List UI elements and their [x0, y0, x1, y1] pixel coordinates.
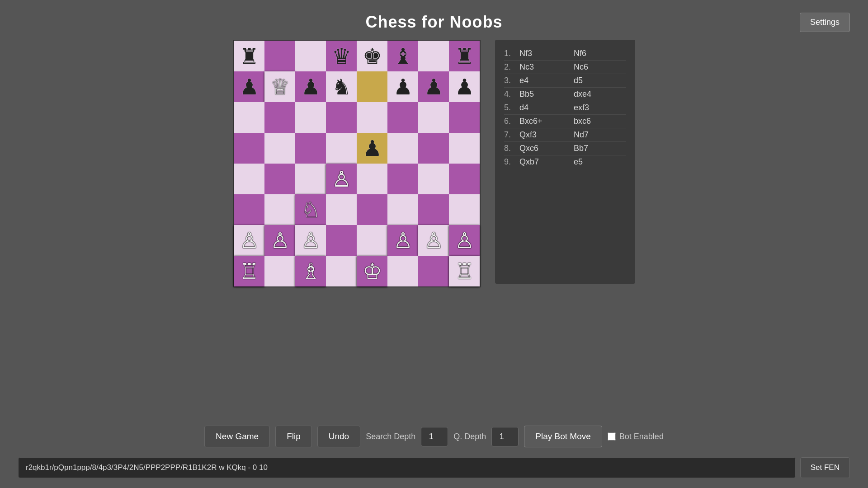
black-move[interactable]: e5: [572, 157, 626, 167]
cell-c8[interactable]: [295, 41, 326, 71]
white-move[interactable]: e4: [518, 76, 572, 85]
chess-board[interactable]: ♜♛♚♝♜♟♕♟♞♟♟♟♟♙♘♙♙♙♙♙♙♖♗♔♖: [233, 40, 481, 287]
white-move[interactable]: Qxf3: [518, 130, 572, 140]
cell-h1[interactable]: ♖: [449, 256, 480, 286]
cell-f4[interactable]: [387, 164, 418, 194]
cell-d1[interactable]: [326, 256, 357, 286]
cell-g6[interactable]: [418, 102, 449, 133]
main-area: ♜♛♚♝♜♟♕♟♞♟♟♟♟♙♘♙♙♙♙♙♙♖♗♔♖ 1. Nf3 Nf6 2. …: [0, 40, 868, 287]
cell-a3[interactable]: [234, 194, 264, 225]
cell-f1[interactable]: [387, 256, 418, 286]
cell-g2[interactable]: ♙: [418, 225, 449, 256]
cell-b6[interactable]: [264, 102, 295, 133]
black-move[interactable]: d5: [572, 76, 626, 85]
cell-c3[interactable]: ♘: [295, 194, 326, 225]
cell-h3[interactable]: [449, 194, 480, 225]
cell-h2[interactable]: ♙: [449, 225, 480, 256]
cell-b1[interactable]: [264, 256, 295, 286]
cell-d6[interactable]: [326, 102, 357, 133]
cell-h8[interactable]: ♜: [449, 41, 480, 71]
black-move[interactable]: Nc6: [572, 62, 626, 72]
black-move[interactable]: Bb7: [572, 144, 626, 153]
undo-button[interactable]: Undo: [317, 426, 360, 447]
cell-b8[interactable]: [264, 41, 295, 71]
fen-bar: Set FEN: [18, 457, 850, 478]
cell-a2[interactable]: ♙: [234, 225, 264, 256]
move-number: 3.: [504, 76, 518, 85]
cell-g7[interactable]: ♟: [418, 71, 449, 102]
white-move[interactable]: Qxc6: [518, 144, 572, 153]
cell-d7[interactable]: ♞: [326, 71, 357, 102]
cell-e7[interactable]: [357, 71, 387, 102]
cell-a4[interactable]: [234, 164, 264, 194]
set-fen-button[interactable]: Set FEN: [800, 457, 850, 478]
cell-g5[interactable]: [418, 133, 449, 164]
cell-g3[interactable]: [418, 194, 449, 225]
cell-g4[interactable]: [418, 164, 449, 194]
cell-b3[interactable]: [264, 194, 295, 225]
cell-e4[interactable]: [357, 164, 387, 194]
cell-c4[interactable]: [295, 164, 326, 194]
cell-d5[interactable]: [326, 133, 357, 164]
cell-d4[interactable]: ♙: [326, 164, 357, 194]
cell-h6[interactable]: [449, 102, 480, 133]
cell-e6[interactable]: [357, 102, 387, 133]
cell-e3[interactable]: [357, 194, 387, 225]
cell-a7[interactable]: ♟: [234, 71, 264, 102]
cell-d8[interactable]: ♛: [326, 41, 357, 71]
white-move[interactable]: Nc3: [518, 62, 572, 72]
settings-button[interactable]: Settings: [800, 13, 850, 32]
cell-e5[interactable]: ♟: [357, 133, 387, 164]
cell-e2[interactable]: [357, 225, 387, 256]
cell-d2[interactable]: [326, 225, 357, 256]
cell-b2[interactable]: ♙: [264, 225, 295, 256]
q-depth-input[interactable]: [491, 427, 519, 446]
fen-input[interactable]: [18, 457, 796, 478]
cell-f5[interactable]: [387, 133, 418, 164]
cell-c1[interactable]: ♗: [295, 256, 326, 286]
cell-g1[interactable]: [418, 256, 449, 286]
cell-d3[interactable]: [326, 194, 357, 225]
cell-f6[interactable]: [387, 102, 418, 133]
black-move[interactable]: Nf6: [572, 49, 626, 58]
cell-e8[interactable]: ♚: [357, 41, 387, 71]
black-move[interactable]: bxc6: [572, 117, 626, 126]
cell-e1[interactable]: ♔: [357, 256, 387, 286]
cell-c5[interactable]: [295, 133, 326, 164]
flip-button[interactable]: Flip: [275, 426, 312, 447]
moves-container: 1. Nf3 Nf6 2. Nc3 Nc6 3. e4 d5 4. Bb5 dx…: [504, 47, 626, 169]
cell-c6[interactable]: [295, 102, 326, 133]
black-move[interactable]: dxe4: [572, 89, 626, 99]
white-move[interactable]: d4: [518, 103, 572, 113]
move-number: 9.: [504, 157, 518, 167]
cell-f2[interactable]: ♙: [387, 225, 418, 256]
cell-a6[interactable]: [234, 102, 264, 133]
black-move[interactable]: Nd7: [572, 130, 626, 140]
white-move[interactable]: Qxb7: [518, 157, 572, 167]
cell-h7[interactable]: ♟: [449, 71, 480, 102]
search-depth-input[interactable]: [421, 427, 448, 446]
white-move[interactable]: Bxc6+: [518, 117, 572, 126]
cell-h4[interactable]: [449, 164, 480, 194]
move-number: 8.: [504, 144, 518, 153]
cell-f7[interactable]: ♟: [387, 71, 418, 102]
cell-b5[interactable]: [264, 133, 295, 164]
cell-b7[interactable]: ♕: [264, 71, 295, 102]
cell-a1[interactable]: ♖: [234, 256, 264, 286]
white-move[interactable]: Nf3: [518, 49, 572, 58]
cell-g8[interactable]: [418, 41, 449, 71]
white-move[interactable]: Bb5: [518, 89, 572, 99]
cell-c2[interactable]: ♙: [295, 225, 326, 256]
bot-enabled-checkbox[interactable]: [608, 432, 616, 441]
cell-f8[interactable]: ♝: [387, 41, 418, 71]
cell-a5[interactable]: [234, 133, 264, 164]
black-move[interactable]: exf3: [572, 103, 626, 113]
move-row: 7. Qxf3 Nd7: [504, 128, 626, 142]
cell-a8[interactable]: ♜: [234, 41, 264, 71]
cell-b4[interactable]: [264, 164, 295, 194]
cell-h5[interactable]: [449, 133, 480, 164]
cell-f3[interactable]: [387, 194, 418, 225]
play-bot-move-button[interactable]: Play Bot Move: [524, 426, 602, 447]
new-game-button[interactable]: New Game: [204, 426, 270, 447]
cell-c7[interactable]: ♟: [295, 71, 326, 102]
